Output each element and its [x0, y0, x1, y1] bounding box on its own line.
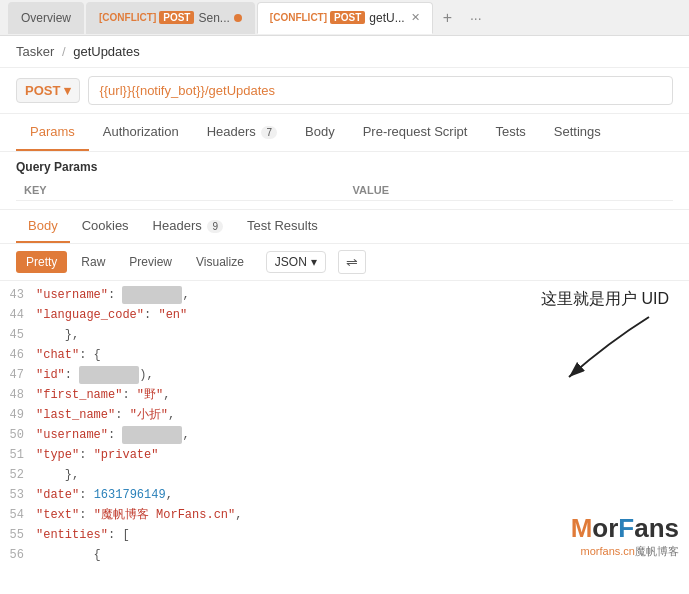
line-content: "username": ████████, — [36, 426, 689, 444]
tab-headers[interactable]: Headers 7 — [193, 114, 291, 151]
tab-settings-label: Settings — [554, 124, 601, 139]
line-number: 55 — [0, 526, 36, 544]
url-bar: POST ▾ — [0, 68, 689, 114]
code-line-46: 46 "chat": { — [0, 345, 689, 365]
fmt-pretty[interactable]: Pretty — [16, 251, 67, 273]
code-line-48: 48 "first_name": "野", — [0, 385, 689, 405]
value-column-header: VALUE — [345, 180, 674, 201]
tab-tests-label: Tests — [495, 124, 525, 139]
line-content: "id": ████████), — [36, 366, 689, 384]
conflict-badge-2: [CONFLICT] — [270, 12, 327, 23]
code-line-43: 43 "username": ████████, — [0, 285, 689, 305]
line-number: 52 — [0, 466, 36, 484]
morfans-f: F — [618, 513, 634, 543]
subtab-test-results[interactable]: Test Results — [235, 210, 330, 243]
breadcrumb-separator: / — [62, 44, 66, 59]
tab-authorization[interactable]: Authorization — [89, 114, 193, 151]
code-line-44: 44 "language_code": "en" — [0, 305, 689, 325]
code-line-51: 51 "type": "private" — [0, 445, 689, 465]
response-tabs: Body Cookies Headers 9 Test Results — [0, 210, 689, 244]
code-line-52: 52 }, — [0, 465, 689, 485]
line-content: "type": "private" — [36, 446, 689, 464]
code-line-50: 50 "username": ████████, — [0, 425, 689, 445]
line-number: 46 — [0, 346, 36, 364]
tab-params-label: Params — [30, 124, 75, 139]
breadcrumb-parent[interactable]: Tasker — [16, 44, 54, 59]
line-content: "last_name": "小折", — [36, 406, 689, 424]
fmt-pretty-label: Pretty — [26, 255, 57, 269]
subtab-test-results-label: Test Results — [247, 218, 318, 233]
tab-conflict-1[interactable]: [CONFLICT] POST Sen... — [86, 2, 255, 34]
line-content: "username": ████████, — [36, 286, 689, 304]
code-line-53: 53 "date": 1631796149, — [0, 485, 689, 505]
tab-close-button[interactable]: ✕ — [411, 11, 420, 24]
fmt-preview[interactable]: Preview — [119, 251, 182, 273]
json-format-selector[interactable]: JSON ▾ — [266, 251, 326, 273]
tab-overview[interactable]: Overview — [8, 2, 84, 34]
conflict-badge-1: [CONFLICT] — [99, 12, 156, 23]
code-line-49: 49 "last_name": "小折", — [0, 405, 689, 425]
line-number: 45 — [0, 326, 36, 344]
subtab-headers-label: Headers — [153, 218, 202, 233]
tab-tests[interactable]: Tests — [481, 114, 539, 151]
subtab-headers[interactable]: Headers 9 — [141, 210, 235, 243]
wrap-button[interactable]: ⇌ — [338, 250, 366, 274]
line-number: 49 — [0, 406, 36, 424]
code-line-47: 47 "id": ████████), — [0, 365, 689, 385]
key-column-header: KEY — [16, 180, 345, 201]
tab-body-label: Body — [305, 124, 335, 139]
tab-conflict-2-label: getU... — [369, 11, 404, 25]
fmt-visualize[interactable]: Visualize — [186, 251, 254, 273]
tab-authorization-label: Authorization — [103, 124, 179, 139]
url-input[interactable] — [88, 76, 673, 105]
line-content: }, — [36, 326, 689, 344]
wrap-icon: ⇌ — [346, 254, 358, 270]
morfans-subtitle: morfans.cn魔帆博客 — [571, 544, 679, 559]
line-content: "chat": { — [36, 346, 689, 364]
headers-badge: 7 — [261, 126, 277, 139]
line-number: 53 — [0, 486, 36, 504]
new-tab-button[interactable]: + — [435, 5, 460, 31]
line-number: 56 — [0, 546, 36, 564]
line-number: 50 — [0, 426, 36, 444]
json-format-chevron: ▾ — [311, 255, 317, 269]
morfans-m: M — [571, 513, 593, 543]
fmt-visualize-label: Visualize — [196, 255, 244, 269]
tab-settings[interactable]: Settings — [540, 114, 615, 151]
breadcrumb-current: getUpdates — [73, 44, 140, 59]
line-number: 43 — [0, 286, 36, 304]
tab-conflict-2[interactable]: [CONFLICT] POST getU... ✕ — [257, 2, 433, 34]
subtab-cookies[interactable]: Cookies — [70, 210, 141, 243]
fmt-preview-label: Preview — [129, 255, 172, 269]
fmt-raw[interactable]: Raw — [71, 251, 115, 273]
method-selector[interactable]: POST ▾ — [16, 78, 80, 103]
method-badge-2: POST — [330, 11, 365, 24]
query-params-section: Query Params KEY VALUE — [0, 152, 689, 210]
tab-headers-label: Headers — [207, 124, 256, 139]
query-params-table: KEY VALUE — [16, 180, 673, 201]
method-label: POST — [25, 83, 60, 98]
nav-tabs: Params Authorization Headers 7 Body Pre-… — [0, 114, 689, 152]
response-headers-badge: 9 — [207, 220, 223, 233]
method-chevron: ▾ — [64, 83, 71, 98]
line-number: 44 — [0, 306, 36, 324]
fmt-raw-label: Raw — [81, 255, 105, 269]
tab-bar: Overview [CONFLICT] POST Sen... [CONFLIC… — [0, 0, 689, 36]
json-format-label: JSON — [275, 255, 307, 269]
tab-prerequest-label: Pre-request Script — [363, 124, 468, 139]
code-area-container: 43 "username": ████████, 44 "language_co… — [0, 281, 689, 569]
line-number: 54 — [0, 506, 36, 524]
subtab-body[interactable]: Body — [16, 210, 70, 243]
tab-body-nav[interactable]: Body — [291, 114, 349, 151]
tab-prerequest[interactable]: Pre-request Script — [349, 114, 482, 151]
more-tabs-button[interactable]: ··· — [462, 6, 490, 30]
query-params-label: Query Params — [16, 160, 673, 174]
morfans-cn-text: morfans.cn — [581, 545, 635, 557]
tab-params[interactable]: Params — [16, 114, 89, 151]
format-bar: Pretty Raw Preview Visualize JSON ▾ ⇌ — [0, 244, 689, 281]
subtab-body-label: Body — [28, 218, 58, 233]
breadcrumb: Tasker / getUpdates — [0, 36, 689, 68]
tab-conflict-1-label: Sen... — [198, 11, 229, 25]
line-number: 47 — [0, 366, 36, 384]
line-content: }, — [36, 466, 689, 484]
